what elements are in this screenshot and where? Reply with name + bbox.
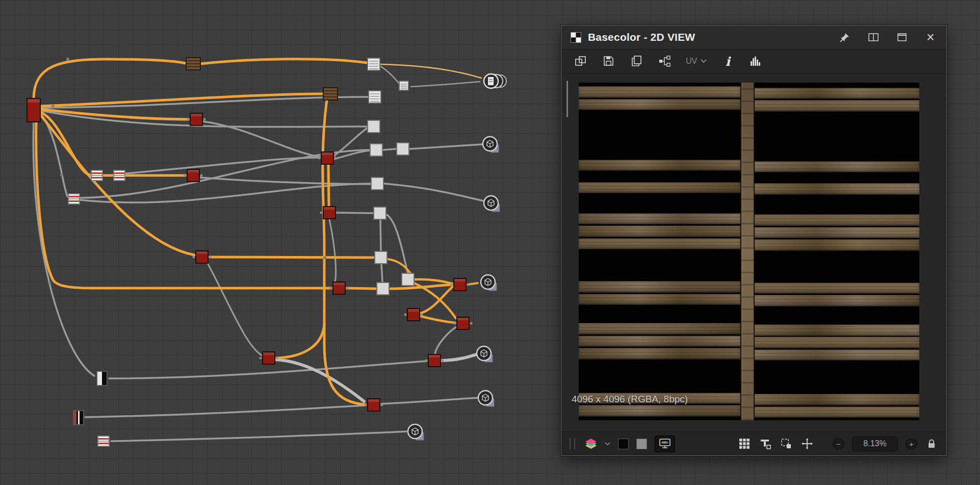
graph-node-red[interactable]: [451, 278, 470, 291]
graph-node-out[interactable]: [483, 137, 499, 152]
graph-node-lightS[interactable]: [367, 58, 380, 71]
pan-icon: [801, 438, 813, 450]
wood-plank: [753, 183, 919, 195]
graph-wire: [380, 64, 481, 78]
graph-node-red[interactable]: [365, 398, 383, 412]
graph-node-red[interactable]: [404, 308, 423, 321]
graph-node-light[interactable]: [374, 251, 388, 264]
histogram-button[interactable]: [749, 54, 763, 68]
graph-node-out[interactable]: [481, 275, 497, 291]
uv-overlay-dropdown[interactable]: UV: [686, 57, 707, 66]
channels-chevron-icon[interactable]: [605, 442, 610, 446]
wood-plank: [753, 227, 919, 239]
graph-node-red[interactable]: [318, 151, 337, 165]
graph-node-light[interactable]: [401, 273, 415, 286]
close-icon[interactable]: ×: [924, 31, 937, 44]
zoom-lock-button[interactable]: [925, 437, 938, 450]
wood-plank: [753, 100, 919, 112]
zoom-out-button[interactable]: −: [833, 438, 844, 450]
graph-wire: [207, 261, 262, 355]
graph-node-red[interactable]: [425, 354, 444, 367]
graph-wire: [410, 144, 482, 149]
panel-title: Basecolor - 2D VIEW: [588, 31, 695, 43]
graph-node-light[interactable]: [373, 207, 386, 220]
wood-plank: [753, 324, 919, 336]
graph-wire: [421, 316, 455, 323]
graph-wire: [381, 264, 382, 282]
graph-node-out[interactable]: [484, 196, 500, 212]
graph-node-red[interactable]: [330, 282, 349, 295]
graph-node-out[interactable]: [477, 346, 493, 362]
graph-node-brown[interactable]: [186, 57, 201, 70]
graph-node-brown[interactable]: [323, 87, 338, 100]
graph-node-lightSm[interactable]: [399, 81, 409, 91]
texture-image[interactable]: [579, 83, 919, 420]
fit-view-button[interactable]: [780, 437, 793, 450]
graph-node-stack[interactable]: [484, 74, 506, 88]
graph-wire: [380, 66, 399, 83]
wood-plank: [579, 281, 740, 293]
grid-toggle-button[interactable]: [738, 437, 751, 450]
split-view-icon: [867, 31, 880, 43]
node-graph-area[interactable]: [0, 0, 561, 485]
graph-node-stripe[interactable]: [113, 170, 125, 181]
gray-background-swatch[interactable]: [636, 439, 647, 449]
graph-node-out[interactable]: [478, 391, 494, 406]
graph-wire: [442, 354, 476, 361]
graph-node-light[interactable]: [396, 142, 409, 156]
tiling-icon: [759, 438, 771, 450]
view-toolbar: UV i: [561, 49, 946, 73]
graph-node-light[interactable]: [376, 282, 390, 295]
save-image-button[interactable]: [602, 54, 616, 68]
copy-image-button[interactable]: [630, 54, 644, 68]
node-graph-canvas[interactable]: [0, 0, 561, 485]
panel-titlebar[interactable]: Basecolor - 2D VIEW: [561, 25, 946, 49]
graph-node-redtall[interactable]: [27, 98, 41, 122]
wood-plank: [753, 295, 919, 307]
graph-node-stripe[interactable]: [97, 436, 110, 447]
linked-graph-button[interactable]: [658, 54, 672, 68]
graph-node-stripe[interactable]: [68, 193, 80, 205]
pin-button[interactable]: [838, 31, 852, 44]
graph-wire: [383, 149, 396, 150]
black-background-swatch[interactable]: [618, 439, 629, 449]
graph-node-light[interactable]: [367, 120, 380, 133]
linked-graph-icon: [658, 55, 672, 68]
graph-node-red[interactable]: [260, 351, 278, 365]
graph-node-blackred[interactable]: [73, 410, 84, 425]
vertical-scrollbar[interactable]: [566, 81, 568, 117]
graph-node-stripe[interactable]: [91, 170, 103, 181]
graph-node-red[interactable]: [454, 317, 473, 330]
graph-node-lightS[interactable]: [368, 90, 381, 104]
graph-node-light[interactable]: [370, 143, 383, 157]
wood-plank: [579, 86, 740, 98]
maximize-button[interactable]: [895, 31, 909, 44]
display-mode-button[interactable]: [655, 436, 675, 452]
graph-wire: [380, 219, 381, 250]
wire-junction-dot: [60, 173, 63, 176]
wood-plank: [753, 394, 919, 405]
wire-junction-dot: [48, 282, 51, 285]
pan-button[interactable]: [801, 437, 814, 450]
zoom-in-button[interactable]: +: [906, 438, 917, 450]
basecolor-channel-icon: [571, 32, 581, 43]
channels-button[interactable]: [584, 437, 597, 450]
graph-node-red[interactable]: [184, 169, 203, 182]
graph-node-light[interactable]: [371, 177, 384, 190]
graph-node-red[interactable]: [193, 250, 212, 264]
graph-node-red[interactable]: [320, 206, 339, 219]
compare-images-button[interactable]: [574, 54, 588, 68]
tiling-mode-button[interactable]: [759, 437, 772, 450]
zoom-level-field[interactable]: 8.13%: [852, 437, 898, 451]
graph-node-black[interactable]: [96, 371, 108, 386]
graph-node-red[interactable]: [187, 113, 206, 126]
split-view-button[interactable]: [867, 31, 880, 44]
pin-icon: [839, 31, 851, 43]
graph-node-out[interactable]: [408, 424, 424, 440]
2d-viewport[interactable]: 4096 x 4096 (RGBA, 8bpc): [561, 73, 946, 431]
graph-wire: [411, 82, 480, 87]
statusbar-grip[interactable]: [570, 438, 575, 449]
graph-wire: [415, 279, 452, 284]
wood-plank: [579, 182, 740, 194]
information-button[interactable]: i: [720, 54, 735, 68]
